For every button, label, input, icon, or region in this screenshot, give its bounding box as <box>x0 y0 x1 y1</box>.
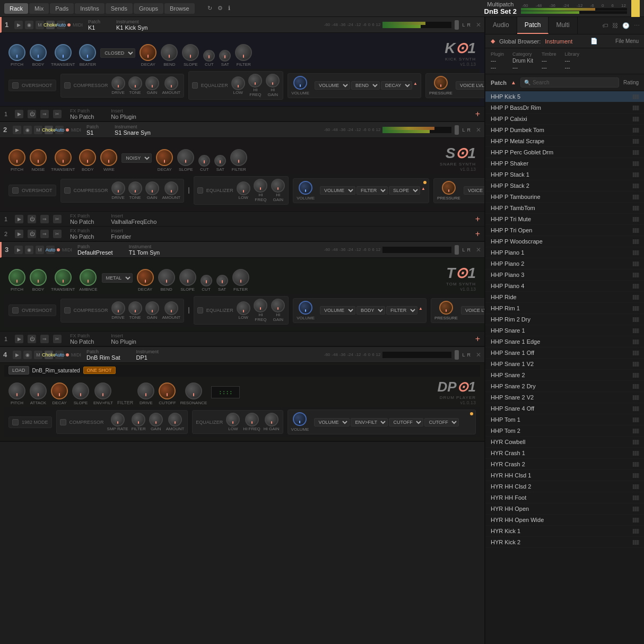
ch3-close[interactable]: ✕ <box>476 246 481 254</box>
k1-pitch-knob[interactable] <box>8 44 25 61</box>
s1-transient-knob[interactable] <box>55 149 72 166</box>
patch-item-hhp-rim2dry[interactable]: HHP Rim 2 Dry ||||||||| <box>485 314 644 325</box>
ch4-choke[interactable]: Choke <box>45 351 53 359</box>
k1-gain-knob[interactable] <box>145 76 159 90</box>
k1-low-knob[interactable] <box>231 76 245 90</box>
s1-wire-knob[interactable] <box>100 149 117 166</box>
ch4-oneshot-btn[interactable]: ONE SHOT <box>83 367 116 374</box>
k1-decay-dd[interactable]: DECAY <box>381 81 412 90</box>
t1-ambnce-knob[interactable] <box>80 269 97 286</box>
ch1-play[interactable]: ▶ <box>14 21 23 29</box>
ch2-fx2-power[interactable]: ⏻ <box>28 230 36 238</box>
right-tab-patch[interactable]: Patch <box>517 17 549 34</box>
ch4-auto[interactable]: Auto <box>55 351 64 359</box>
dp1-amount-knob[interactable] <box>168 413 182 427</box>
tab-sends[interactable]: Sends <box>106 3 133 14</box>
dp1-higain-knob[interactable] <box>265 413 279 427</box>
s1-pitch-knob[interactable] <box>8 149 25 166</box>
ch3-fx-power[interactable]: ⏻ <box>28 335 36 343</box>
s1-noisy-select[interactable]: NOISY <box>121 153 152 163</box>
k1-eq-check[interactable] <box>192 82 197 89</box>
ch3-fx-play[interactable]: ▶ <box>15 335 23 343</box>
s1-filter-knob[interactable] <box>230 149 247 166</box>
t1-voicelevel-dd[interactable]: VOICE LVL <box>461 306 485 315</box>
s1-sat-knob[interactable] <box>214 155 226 167</box>
s1-decay-knob[interactable] <box>156 149 173 166</box>
ch1-speaker[interactable]: ◉ <box>25 21 33 29</box>
t1-filter-dd[interactable]: FILTER <box>386 306 417 315</box>
patch-item-hhp-snare4off[interactable]: HHP Snare 4 Off ||||||||| <box>485 403 644 414</box>
patch-item-hhp-piano1[interactable]: HHP Piano 1 ||||||||| <box>485 247 644 258</box>
s1-comp-check[interactable] <box>64 187 71 194</box>
patch-item-hhp-snare1edge[interactable]: HHP Snare 1 Edge ||||||||| <box>485 336 644 347</box>
t1-tone-knob[interactable] <box>128 301 142 315</box>
ch4-fader[interactable] <box>455 350 459 360</box>
dots-icon[interactable]: ⋯ <box>634 22 640 29</box>
right-tab-audio[interactable]: Audio <box>485 17 517 34</box>
patch-item-hyr-hhclsd1[interactable]: HYR HH Clsd 1 ||||||||| <box>485 470 644 481</box>
k1-vol-knob[interactable] <box>293 76 307 90</box>
tag-icon[interactable]: 🏷 <box>602 22 608 29</box>
t1-bend-knob[interactable] <box>158 269 175 286</box>
dp1-cutoff-dd[interactable]: CUTOFF <box>389 418 423 427</box>
ch2-fx2-play[interactable]: ▶ <box>15 230 23 238</box>
ch3-fader[interactable] <box>455 245 459 255</box>
ch2-speaker[interactable]: ◉ <box>23 126 32 134</box>
dp1-cutoff2-dd[interactable]: CUTOFF <box>424 418 459 427</box>
t1-cut-knob[interactable] <box>201 275 212 286</box>
dp1-pitch-knob[interactable] <box>8 382 25 399</box>
ch1-fx-route[interactable]: ⇒ <box>40 110 49 118</box>
dp1-comp-check[interactable] <box>60 419 66 425</box>
patch-item-hhp-snare2[interactable]: HHP Snare 2 ||||||||| <box>485 370 644 381</box>
s1-body-knob[interactable] <box>79 149 96 166</box>
k1-vol-dd[interactable]: VOLUME <box>315 81 350 90</box>
s1-higain-knob[interactable] <box>271 179 285 193</box>
tab-inst[interactable]: Inst/Ins <box>75 3 104 14</box>
patch-item-hyr-crash1[interactable]: HYR Crash 1 ||||||||| <box>485 448 644 459</box>
patch-item-hyr-cowbell[interactable]: HYR Cowbell ||||||||| <box>485 437 644 448</box>
s1-cut-knob[interactable] <box>198 155 210 167</box>
dp1-1982-check[interactable] <box>12 419 19 425</box>
dp1-envfilt-dd[interactable]: ENV>FILT <box>351 418 388 427</box>
ch2-fx2-route[interactable]: ⇒ <box>40 230 49 238</box>
ch1-m[interactable]: M <box>36 21 44 29</box>
ch2-fx1-tools[interactable]: ✂ <box>53 215 62 223</box>
ch2-choke[interactable]: Choke <box>45 126 53 134</box>
s1-filter-dd[interactable]: FILTER <box>356 186 388 195</box>
t1-eq-check[interactable] <box>197 307 203 314</box>
dp1-gain-knob[interactable] <box>149 413 163 427</box>
k1-pressure-knob[interactable] <box>434 76 448 90</box>
ch2-m[interactable]: M <box>34 126 42 134</box>
t1-higain-knob[interactable] <box>271 299 285 312</box>
t1-filter-knob[interactable] <box>232 269 249 286</box>
tab-rack[interactable]: Rack <box>4 3 28 14</box>
dp1-slope-knob[interactable] <box>72 382 89 399</box>
t1-transient-knob[interactable] <box>55 269 72 286</box>
patch-item-hyr-crash2[interactable]: HYR Crash 2 ||||||||| <box>485 459 644 470</box>
k1-cut-knob[interactable] <box>203 50 215 62</box>
t1-vol-dd[interactable]: VOLUME <box>320 306 355 315</box>
patch-item-hhp-shaker[interactable]: HHP P Shaker ||||||||| <box>485 158 644 169</box>
k1-voicelevel-dd[interactable]: VOICE LVL <box>456 81 485 90</box>
sort-icon[interactable]: ▲ <box>511 80 516 85</box>
t1-pitch-knob[interactable] <box>8 269 25 286</box>
patch-item-hhp-stack2[interactable]: HHP P Stack 2 ||||||||| <box>485 180 644 192</box>
ch1-fx-add[interactable]: + <box>475 109 480 119</box>
chain-icon[interactable]: ⛓ <box>612 22 618 29</box>
s1-overshoot-check[interactable] <box>12 187 19 194</box>
k1-slope-knob[interactable] <box>182 44 199 61</box>
patch-item-hhp-kick5[interactable]: HHP Kick 5 ||||||||| <box>485 91 644 102</box>
patch-item-hhp-bassdrrim[interactable]: HHP P BassDr Rim ||||||||| <box>485 102 644 114</box>
k1-mode-select[interactable]: CLOSED <box>100 48 135 58</box>
dp1-vol-dd[interactable]: VOLUME <box>314 418 350 427</box>
ch4-close[interactable]: ✕ <box>476 351 481 359</box>
ch3-speaker[interactable]: ◉ <box>25 246 33 254</box>
s1-low-knob[interactable] <box>237 181 250 195</box>
patch-item-hhp-ride[interactable]: HHP Ride ||||||||| <box>485 292 644 303</box>
ch4-m[interactable]: M <box>34 351 42 359</box>
patch-item-hyr-kick2[interactable]: HYR Kick 2 ||||||||| <box>485 537 644 548</box>
dp1-low-knob[interactable] <box>226 413 240 427</box>
s1-vol-knob[interactable] <box>299 181 312 195</box>
patch-item-hhp-dumbektop[interactable]: HHP P Dumbek Tom ||||||||| <box>485 125 644 136</box>
dp1-attack-knob[interactable] <box>30 382 47 399</box>
